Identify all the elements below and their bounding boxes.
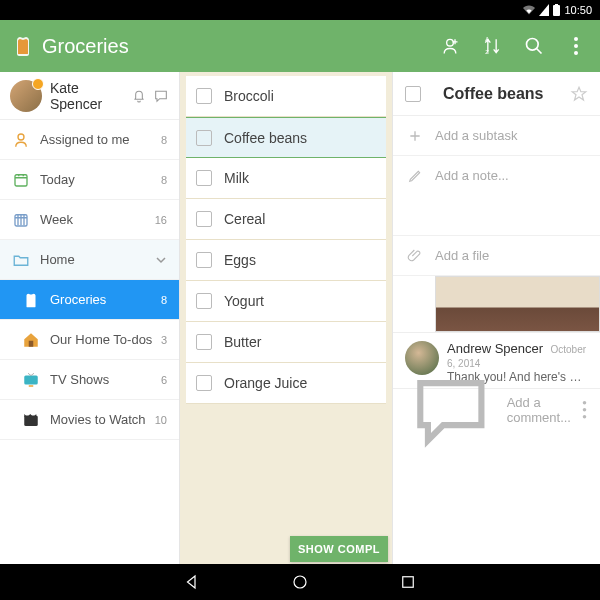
sidebar-item-week[interactable]: Week 16 bbox=[0, 200, 179, 240]
svg-text:A: A bbox=[485, 36, 489, 42]
sidebar-item-count: 8 bbox=[161, 174, 167, 186]
app-title: Groceries bbox=[42, 35, 440, 58]
task-label: Orange Juice bbox=[224, 375, 307, 391]
task-row[interactable]: Butter bbox=[186, 322, 386, 363]
sidebar-item-label: TV Shows bbox=[50, 372, 161, 387]
svg-point-19 bbox=[294, 576, 306, 588]
task-row[interactable]: Broccoli bbox=[186, 76, 386, 117]
svg-rect-12 bbox=[29, 340, 34, 346]
svg-rect-20 bbox=[403, 577, 414, 588]
task-row[interactable]: Cereal bbox=[186, 199, 386, 240]
sidebar-item-count: 8 bbox=[161, 134, 167, 146]
add-file-label: Add a file bbox=[435, 248, 489, 263]
checkbox[interactable] bbox=[196, 88, 212, 104]
checkbox[interactable] bbox=[196, 334, 212, 350]
svg-rect-10 bbox=[15, 174, 27, 185]
svg-rect-0 bbox=[553, 5, 560, 16]
add-comment-label: Add a comment... bbox=[507, 395, 571, 425]
sidebar-item-label: Groceries bbox=[50, 292, 161, 307]
sidebar-item-assigned[interactable]: Assigned to me 8 bbox=[0, 120, 179, 160]
sidebar-item-home-todos[interactable]: Our Home To-dos 3 bbox=[0, 320, 179, 360]
task-row[interactable]: Milk bbox=[186, 158, 386, 199]
wifi-icon bbox=[523, 4, 535, 16]
checkbox[interactable] bbox=[196, 211, 212, 227]
detail-header: Coffee beans bbox=[393, 72, 600, 116]
sidebar-item-label: Movies to Watch bbox=[50, 412, 155, 427]
task-row[interactable]: Eggs bbox=[186, 240, 386, 281]
task-row[interactable]: Orange Juice bbox=[186, 363, 386, 404]
back-icon[interactable] bbox=[183, 573, 201, 591]
home-icon[interactable] bbox=[291, 573, 309, 591]
svg-point-7 bbox=[574, 44, 578, 48]
attachment-thumbnail[interactable] bbox=[435, 276, 600, 332]
search-icon[interactable] bbox=[524, 36, 544, 56]
speech-icon bbox=[405, 364, 497, 456]
android-navbar bbox=[0, 564, 600, 600]
sidebar-item-movies[interactable]: Movies to Watch 10 bbox=[0, 400, 179, 440]
sidebar-item-tv[interactable]: TV Shows 6 bbox=[0, 360, 179, 400]
svg-point-2 bbox=[447, 39, 454, 46]
sidebar-item-today[interactable]: Today 8 bbox=[0, 160, 179, 200]
add-subtask-row[interactable]: Add a subtask bbox=[393, 116, 600, 156]
svg-text:Z: Z bbox=[485, 49, 489, 55]
task-row[interactable]: Yogurt bbox=[186, 281, 386, 322]
task-list: Broccoli Coffee beans Milk Cereal Eggs Y… bbox=[180, 72, 392, 564]
task-label: Milk bbox=[224, 170, 249, 186]
svg-point-17 bbox=[583, 408, 587, 412]
sidebar-item-label: Assigned to me bbox=[40, 132, 161, 147]
show-completed-button[interactable]: SHOW COMPL bbox=[290, 536, 388, 562]
tv-icon bbox=[22, 371, 40, 389]
bell-icon[interactable] bbox=[131, 88, 147, 104]
star-icon[interactable] bbox=[570, 85, 588, 103]
sidebar-item-label: Today bbox=[40, 172, 161, 187]
task-label: Coffee beans bbox=[224, 130, 307, 146]
checkbox[interactable] bbox=[196, 293, 212, 309]
task-label: Broccoli bbox=[224, 88, 274, 104]
status-bar: 10:50 bbox=[0, 0, 600, 20]
overflow-menu-icon[interactable] bbox=[566, 36, 586, 56]
recent-icon[interactable] bbox=[399, 573, 417, 591]
checkbox[interactable] bbox=[405, 86, 421, 102]
add-file-row[interactable]: Add a file bbox=[393, 236, 600, 276]
add-note-row[interactable]: Add a note... bbox=[393, 156, 600, 236]
detail-title[interactable]: Coffee beans bbox=[443, 85, 570, 103]
assigned-icon bbox=[12, 131, 30, 149]
svg-point-18 bbox=[583, 415, 587, 419]
comment-author: Andrew Spencer bbox=[447, 341, 543, 356]
svg-rect-1 bbox=[555, 4, 558, 6]
profile-row[interactable]: Kate Spencer bbox=[0, 72, 179, 120]
sidebar-item-count: 16 bbox=[155, 214, 167, 226]
app-logo-icon bbox=[14, 36, 32, 56]
checkbox[interactable] bbox=[196, 375, 212, 391]
sidebar-item-count: 10 bbox=[155, 414, 167, 426]
task-row[interactable]: Coffee beans bbox=[186, 117, 386, 158]
checkbox[interactable] bbox=[196, 170, 212, 186]
svg-point-16 bbox=[583, 401, 587, 405]
profile-name: Kate Spencer bbox=[50, 80, 125, 112]
house-icon bbox=[22, 331, 40, 349]
clip-icon bbox=[407, 248, 423, 264]
checkbox[interactable] bbox=[196, 130, 212, 146]
add-comment-row[interactable]: Add a comment... bbox=[393, 388, 600, 430]
sidebar-item-groceries[interactable]: Groceries 8 bbox=[0, 280, 179, 320]
folder-icon bbox=[12, 251, 30, 269]
checkbox[interactable] bbox=[196, 252, 212, 268]
sort-icon[interactable]: AZ bbox=[482, 36, 502, 56]
svg-point-6 bbox=[574, 37, 578, 41]
sidebar-item-count: 6 bbox=[161, 374, 167, 386]
bread-icon bbox=[22, 291, 40, 309]
pencil-icon bbox=[407, 168, 423, 184]
sidebar-item-label: Our Home To-dos bbox=[50, 332, 161, 347]
app-bar: Groceries AZ bbox=[0, 20, 600, 72]
status-time: 10:50 bbox=[564, 4, 592, 16]
more-icon[interactable] bbox=[581, 398, 588, 421]
movie-icon bbox=[22, 411, 40, 429]
task-label: Cereal bbox=[224, 211, 265, 227]
today-icon bbox=[12, 171, 30, 189]
add-person-icon[interactable] bbox=[440, 36, 460, 56]
sidebar-folder-home[interactable]: Home bbox=[0, 240, 179, 280]
svg-point-5 bbox=[527, 39, 539, 51]
chat-icon[interactable] bbox=[153, 88, 169, 104]
plus-icon bbox=[407, 128, 423, 144]
signal-icon bbox=[539, 4, 549, 16]
